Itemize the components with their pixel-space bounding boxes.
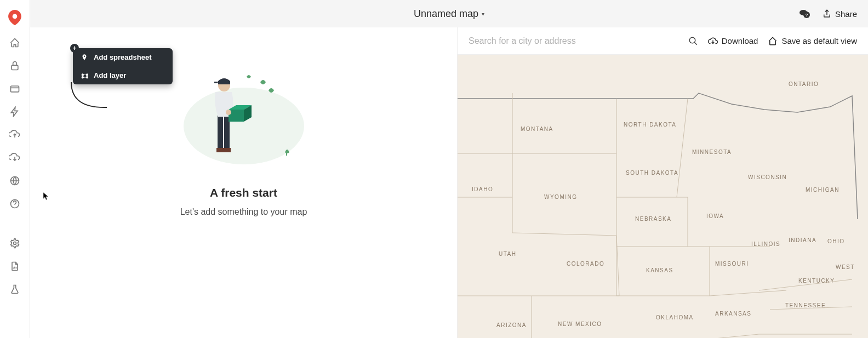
state-label: ARKANSAS	[715, 311, 751, 317]
state-label: IDAHO	[472, 186, 493, 192]
lock-icon[interactable]	[9, 60, 20, 71]
share-button[interactable]: Share	[822, 9, 857, 19]
add-menu: + Add spreadsheet Add layer	[73, 48, 173, 84]
map-panel: Download Save as default view ONTARIOMON…	[458, 27, 868, 338]
state-label: OHIO	[827, 238, 845, 244]
state-label: KANSAS	[646, 267, 673, 273]
download-button[interactable]: Download	[708, 36, 758, 46]
state-label: MISSOURI	[715, 261, 749, 267]
flask-icon[interactable]	[9, 284, 20, 295]
state-label: SOUTH DAKOTA	[626, 170, 678, 176]
settings-icon[interactable]	[9, 238, 20, 249]
card-icon[interactable]	[9, 83, 20, 94]
map-title-text: Unnamed map	[414, 8, 478, 20]
add-spreadsheet-label: Add spreadsheet	[94, 53, 151, 61]
svg-rect-0	[12, 65, 18, 70]
state-label: MONTANA	[521, 126, 553, 132]
map-title-dropdown[interactable]: Unnamed map ▾	[414, 8, 484, 20]
state-label: TENNESSEE	[785, 302, 826, 308]
support-icon[interactable]: ?	[798, 7, 811, 20]
svg-text:?: ?	[806, 13, 808, 18]
empty-state-title: A fresh start	[210, 186, 277, 199]
pointer-arrow	[68, 81, 112, 114]
empty-illustration	[178, 60, 310, 164]
state-label: ONTARIO	[789, 81, 819, 87]
state-label: NORTH DAKOTA	[624, 122, 677, 128]
state-label: NEBRASKA	[635, 216, 671, 222]
search-icon[interactable]	[688, 36, 698, 46]
state-label: WEST	[836, 264, 855, 270]
state-label: NEW MEXICO	[558, 321, 602, 327]
state-label: WYOMING	[544, 194, 578, 200]
map-borders	[458, 55, 868, 338]
svg-point-13	[689, 37, 695, 43]
document-icon[interactable]	[9, 261, 20, 272]
state-label: MICHIGAN	[806, 187, 840, 193]
svg-point-4	[14, 242, 16, 245]
plus-icon: +	[70, 44, 79, 53]
globe-icon[interactable]	[9, 175, 20, 186]
app-logo[interactable]	[8, 10, 22, 25]
chevron-down-icon: ▾	[482, 11, 484, 17]
state-label: MINNESOTA	[692, 149, 732, 155]
state-label: INDIANA	[789, 237, 816, 243]
sidebar-panel: + Add spreadsheet Add layer	[30, 27, 458, 338]
svg-point-12	[226, 110, 231, 115]
svg-rect-1	[11, 86, 19, 92]
add-layer-label: Add layer	[94, 71, 126, 79]
svg-rect-9	[218, 115, 223, 149]
state-label: UTAH	[499, 251, 516, 257]
main: + Add spreadsheet Add layer	[30, 27, 868, 338]
upload-icon[interactable]	[9, 129, 20, 140]
state-label: ARIZONA	[496, 322, 527, 328]
search-input[interactable]	[469, 36, 678, 46]
save-default-label: Save as default view	[781, 36, 857, 45]
state-label: KENTUCKY	[798, 278, 835, 284]
map-toolbar: Download Save as default view	[458, 27, 868, 55]
state-label: OKLAHOMA	[656, 314, 694, 320]
share-label: Share	[835, 9, 857, 19]
export-icon[interactable]	[9, 152, 20, 163]
sidebar	[0, 0, 30, 338]
help-icon[interactable]	[9, 198, 20, 209]
state-label: ILLINOIS	[751, 241, 780, 247]
download-label: Download	[722, 36, 758, 45]
top-header: Unnamed map ▾ ? Share	[30, 0, 868, 27]
state-label: COLORADO	[567, 261, 604, 267]
lightning-icon[interactable]	[9, 106, 20, 117]
add-spreadsheet-item[interactable]: Add spreadsheet	[73, 48, 173, 66]
save-default-button[interactable]: Save as default view	[768, 36, 857, 46]
add-layer-item[interactable]: Add layer	[73, 66, 173, 84]
empty-state-subtitle: Let's add something to your map	[180, 207, 307, 217]
state-label: IOWA	[706, 213, 724, 219]
state-label: WISCONSIN	[748, 174, 787, 180]
home-icon[interactable]	[9, 37, 20, 48]
map-canvas[interactable]: ONTARIOMONTANANORTH DAKOTAMINNESOTASOUTH…	[458, 55, 868, 338]
